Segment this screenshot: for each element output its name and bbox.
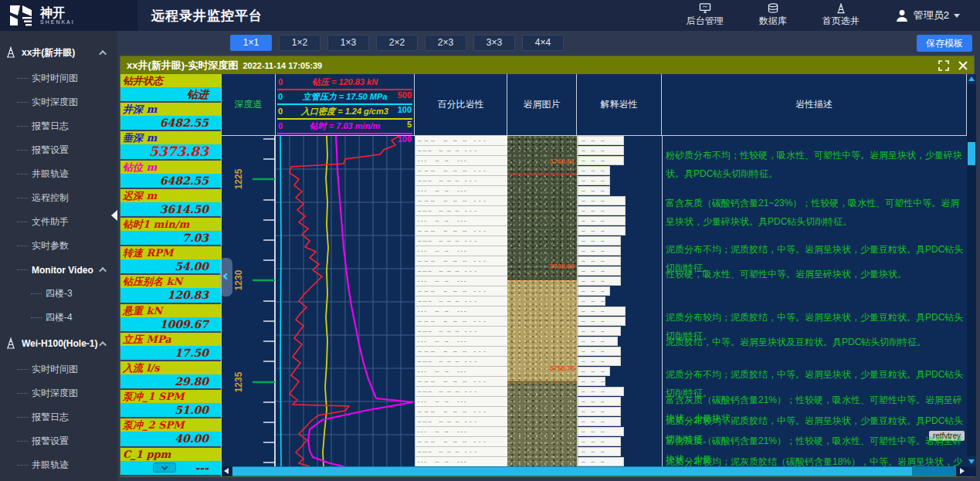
lithology-pattern-row: - - - -- -- - - - bbox=[415, 186, 507, 196]
close-icon[interactable] bbox=[958, 61, 968, 70]
arrow-right-icon bbox=[960, 468, 965, 474]
photo-depth-label: 3758.75 bbox=[549, 364, 575, 372]
layout-tab-1×3[interactable]: 1×3 bbox=[327, 35, 369, 51]
shenkai-logo-icon bbox=[8, 4, 34, 27]
nav-item-well-select[interactable]: 首页选井 bbox=[822, 3, 860, 28]
nav-item-backend[interactable]: 后台管理 bbox=[687, 3, 724, 28]
interp-row: -- -- -- bbox=[578, 226, 662, 236]
user-avatar-icon bbox=[895, 8, 909, 22]
sidebar-item[interactable]: 文件助手 bbox=[0, 210, 117, 234]
sidebar-item[interactable]: 实时深度图 bbox=[0, 381, 117, 405]
interp-lithology-block: -- -- -- bbox=[578, 146, 624, 155]
chevron-up-icon bbox=[99, 340, 107, 348]
sidebar-item[interactable]: 四楼-4 bbox=[0, 306, 117, 330]
app-window: 神开 SHENKAI 远程录井监控平台 后台管理数据库首页选井 管理员2 xx井… bbox=[0, 0, 980, 481]
sidebar-item[interactable]: 报警日志 bbox=[0, 114, 117, 138]
layout-tab-1×2[interactable]: 1×2 bbox=[279, 35, 320, 51]
sidebar-item[interactable]: 实时时间图 bbox=[0, 66, 117, 90]
interp-lithology-block: -- -- -- bbox=[578, 196, 626, 205]
interp-lithology-block: -- -- -- bbox=[578, 307, 626, 316]
readout-row: 立压 MPa17.50 bbox=[120, 333, 221, 361]
lithology-pattern-row: - - - -- -- - - - bbox=[415, 427, 507, 437]
scroll-left-button[interactable] bbox=[222, 466, 232, 476]
track-collapse-handle[interactable] bbox=[219, 258, 232, 296]
interp-lithology-block: -- -- -- bbox=[578, 186, 610, 195]
layout-tabs: 1×11×21×32×22×33×34×4 bbox=[230, 35, 564, 51]
interp-lithology-block: -- -- -- bbox=[578, 457, 624, 466]
scroll-down-button[interactable] bbox=[967, 456, 976, 466]
interp-row: -- -- -- bbox=[578, 397, 662, 407]
sidebar-item[interactable]: 井眼轨迹 bbox=[0, 162, 117, 186]
horizontal-scrollbar[interactable] bbox=[222, 466, 967, 476]
legend-min: 0 bbox=[278, 105, 283, 118]
lithology-description: 泥质分布较均；泥灰质胶结（碳酸钙含量18%），中等。岩屑呈块状，少量豆粒状。具P… bbox=[666, 452, 964, 466]
sidebar-item[interactable]: 报警设置 bbox=[0, 138, 117, 162]
arrow-left-icon bbox=[224, 468, 229, 474]
lithology-pattern-row: -- -- -- -- -- -- - - - bbox=[415, 286, 507, 296]
vertical-scrollbar[interactable] bbox=[967, 74, 976, 466]
interp-row: -- -- -- bbox=[578, 407, 662, 417]
sidebar-item[interactable]: Monitor Video bbox=[0, 258, 117, 282]
photo-depth-label: 3749.93 bbox=[549, 263, 575, 270]
readout-label: 迟深 m bbox=[120, 189, 221, 202]
interp-row: -- -- -- bbox=[578, 357, 662, 367]
tree-branch-line bbox=[17, 222, 28, 222]
sidebar-item[interactable]: 实时时间图 bbox=[0, 357, 117, 381]
lithology-pattern-row: -- -- -- -- -- -- - - - bbox=[415, 437, 507, 447]
cuttings-photo-header: 岩屑图片 bbox=[507, 74, 577, 135]
lithology-pattern-row: - - - -- -- - - - bbox=[415, 337, 507, 347]
sidebar-item[interactable]: 四楼-3 bbox=[0, 282, 117, 306]
sidebar-item[interactable]: Wei-H100(Hole-1) bbox=[0, 330, 117, 357]
vertical-scroll-thumb[interactable] bbox=[968, 142, 975, 165]
layout-tab-3×3[interactable]: 3×3 bbox=[473, 35, 515, 51]
interp-lithology-block: -- -- -- bbox=[578, 216, 626, 225]
lithology-pattern-row: -- -- -- -- -- -- - - - bbox=[415, 266, 507, 276]
layout-tab-4×4[interactable]: 4×4 bbox=[522, 35, 564, 51]
user-menu[interactable]: 管理员2 bbox=[895, 8, 960, 22]
layout-tab-2×3[interactable]: 2×3 bbox=[425, 35, 466, 51]
interp-lithology-block: -- -- -- bbox=[578, 357, 621, 366]
sidebar-item[interactable]: xx井(新井眼) bbox=[0, 39, 117, 66]
sidebar-collapse-handle[interactable] bbox=[111, 210, 117, 221]
percent-lithology-header: 百分比岩性 bbox=[415, 74, 507, 135]
tree-branch-line bbox=[31, 293, 42, 294]
interp-lithology-block: -- -- -- bbox=[578, 327, 621, 336]
legend-name-value: 钻时 = 7.03 min/m bbox=[277, 120, 412, 133]
tree-branch-line bbox=[17, 369, 28, 370]
lithology-description: 粉砂质分布不均；性较硬，吸水性、可塑性中等。岩屑呈块状，少量碎块状。具PDC钻头… bbox=[666, 146, 964, 183]
panel-title: xx井(新井眼)-实时深度图 bbox=[127, 59, 238, 73]
lithology-pattern-row: -- -- -- -- -- -- - - - bbox=[415, 136, 507, 146]
lithology-pattern-row: -- -- -- -- -- -- - - - bbox=[415, 347, 507, 357]
fullscreen-icon[interactable] bbox=[938, 60, 949, 71]
sidebar-item[interactable]: 实时参数 bbox=[0, 234, 117, 258]
readout-dropdown-button[interactable] bbox=[153, 462, 176, 473]
layout-tab-2×2[interactable]: 2×2 bbox=[376, 35, 418, 51]
database-icon bbox=[767, 3, 779, 14]
interp-row: -- -- -- bbox=[578, 307, 662, 317]
sidebar-item[interactable]: 远程控制 bbox=[0, 186, 117, 210]
nav-item-database[interactable]: 数据库 bbox=[759, 3, 787, 28]
depth-track: 122512301235 bbox=[222, 136, 276, 466]
scroll-up-button[interactable] bbox=[967, 74, 976, 84]
sidebar-item[interactable]: 报警设置 bbox=[0, 429, 117, 453]
percent-lithology-column: -- -- -- -- -- -- - - --- -- -- -- -- --… bbox=[415, 136, 507, 466]
sidebar-item[interactable]: 实时深度图 bbox=[0, 90, 117, 114]
layout-tab-1×1[interactable]: 1×1 bbox=[230, 35, 272, 51]
horizontal-scroll-thumb[interactable] bbox=[232, 467, 912, 476]
lithology-pattern-row: - - - -- -- - - - bbox=[415, 397, 507, 407]
tree-branch-line bbox=[17, 417, 28, 418]
sidebar-item[interactable]: 井眼轨迹 bbox=[0, 453, 117, 477]
scroll-right-button[interactable] bbox=[956, 466, 967, 476]
tree-item-label: 四楼-4 bbox=[46, 311, 73, 324]
interp-lithology-block: -- -- -- bbox=[578, 387, 624, 396]
interp-lithology-block: -- -- -- bbox=[578, 136, 624, 145]
interp-row: -- -- -- bbox=[578, 166, 662, 176]
monitor-icon bbox=[699, 3, 711, 14]
save-template-button[interactable]: 保存模板 bbox=[917, 35, 972, 52]
interp-lithology-block: -- -- -- bbox=[578, 266, 621, 276]
sidebar-item[interactable]: 报警日志 bbox=[0, 405, 117, 429]
interp-lithology-block: -- -- -- bbox=[578, 276, 621, 286]
readout-row: 钻压别名 kN120.83 bbox=[120, 275, 221, 303]
lithology-pattern-row: -- -- -- -- -- -- - - - bbox=[415, 176, 507, 186]
tree-item-label: 井眼轨迹 bbox=[32, 168, 69, 181]
